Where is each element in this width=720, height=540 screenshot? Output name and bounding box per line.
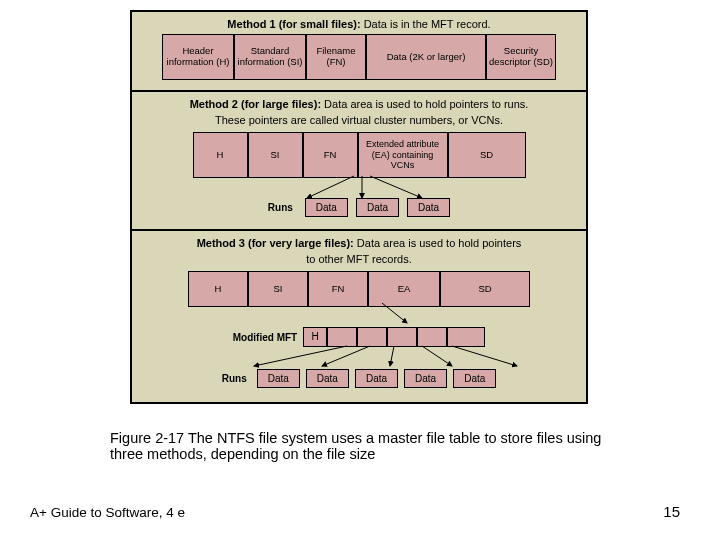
m2-data-3: Data — [407, 198, 450, 217]
svg-line-4 — [254, 346, 347, 366]
method2-subtitle: These pointers are called virtual cluste… — [138, 114, 580, 126]
m3-runs-row: Runs Data Data Data Data Data — [138, 369, 580, 388]
m2-cell-ea: Extended attribute (EA) containing VCNs — [358, 132, 448, 178]
m3-data-3: Data — [355, 369, 398, 388]
m3-mod-h: H — [303, 327, 327, 347]
m2-runs-label: Runs — [268, 202, 293, 213]
svg-line-5 — [322, 346, 370, 366]
method2-section: Method 2 (for large files): Data area is… — [132, 92, 586, 231]
m3-cell-ea: EA — [368, 271, 440, 307]
figure-caption: Figure 2-17 The NTFS file system uses a … — [110, 430, 610, 462]
footer-page-number: 15 — [663, 503, 680, 520]
m3-cell-h: H — [188, 271, 248, 307]
method1-section: Method 1 (for small files): Data is in t… — [132, 12, 586, 92]
m1-cell-sd: Security descriptor (SD) — [486, 34, 556, 80]
svg-line-7 — [422, 346, 452, 366]
diagram-outer: Method 1 (for small files): Data is in t… — [130, 10, 588, 404]
m3-cell-sd: SD — [440, 271, 530, 307]
m3-data-4: Data — [404, 369, 447, 388]
m1-cell-si: Standard information (SI) — [234, 34, 306, 80]
m3-seg1 — [327, 327, 357, 347]
svg-line-6 — [390, 346, 394, 366]
method1-title: Method 1 (for small files): Data is in t… — [138, 18, 580, 30]
method3-title-rest: Data area is used to hold pointers — [354, 237, 522, 249]
svg-line-2 — [370, 176, 422, 198]
m3-seg2 — [357, 327, 387, 347]
m2-cell-h: H — [193, 132, 248, 178]
m2-cell-fn: FN — [303, 132, 358, 178]
m3-data-2: Data — [306, 369, 349, 388]
method3-title: Method 3 (for very large files): Data ar… — [138, 237, 580, 249]
method2-title: Method 2 (for large files): Data area is… — [138, 98, 580, 110]
method2-title-rest: Data area is used to hold pointers to ru… — [321, 98, 528, 110]
m3-seg5 — [447, 327, 485, 347]
m1-cell-h: Header information (H) — [162, 34, 234, 80]
svg-line-0 — [307, 176, 354, 198]
m3-cell-fn: FN — [308, 271, 368, 307]
method3-section: Method 3 (for very large files): Data ar… — [132, 231, 586, 402]
svg-line-8 — [452, 346, 517, 366]
m3-data-1: Data — [257, 369, 300, 388]
method1-row: Header information (H) Standard informat… — [138, 34, 580, 80]
method1-title-rest: Data is in the MFT record. — [361, 18, 491, 30]
method3-row: H SI FN EA SD — [138, 271, 580, 307]
m3-modified-mft-row: Modified MFT H — [138, 327, 580, 347]
m3-seg4 — [417, 327, 447, 347]
m2-runs-row: Runs Data Data Data — [138, 198, 580, 217]
method2-row: H SI FN Extended attribute (EA) containi… — [138, 132, 580, 178]
m1-cell-data: Data (2K or larger) — [366, 34, 486, 80]
method3-subtitle: to other MFT records. — [138, 253, 580, 265]
m2-data-2: Data — [356, 198, 399, 217]
method3-title-bold: Method 3 (for very large files): — [197, 237, 354, 249]
method2-title-bold: Method 2 (for large files): — [190, 98, 321, 110]
m3-runs-label: Runs — [222, 373, 247, 384]
footer-book-title: A+ Guide to Software, 4 e — [30, 505, 185, 520]
m1-cell-fn: Filename (FN) — [306, 34, 366, 80]
m3-mod-label: Modified MFT — [233, 332, 297, 343]
method1-title-bold: Method 1 (for small files): — [227, 18, 360, 30]
m3-cell-si: SI — [248, 271, 308, 307]
m2-cell-sd: SD — [448, 132, 526, 178]
m3-data-5: Data — [453, 369, 496, 388]
m2-cell-si: SI — [248, 132, 303, 178]
figure-diagram: Method 1 (for small files): Data is in t… — [130, 10, 588, 404]
m3-seg3 — [387, 327, 417, 347]
m2-data-1: Data — [305, 198, 348, 217]
